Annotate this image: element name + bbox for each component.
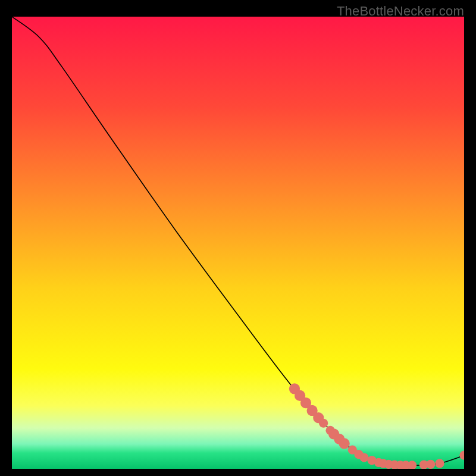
- data-point: [359, 453, 368, 462]
- data-point: [319, 419, 328, 428]
- watermark-label: TheBottleNecker.com: [337, 4, 464, 19]
- data-point: [426, 460, 435, 469]
- chart-background: [12, 17, 464, 469]
- chart-plot-area: [12, 17, 464, 469]
- data-point: [339, 438, 349, 449]
- chart-svg: [12, 17, 464, 469]
- data-point: [435, 459, 444, 468]
